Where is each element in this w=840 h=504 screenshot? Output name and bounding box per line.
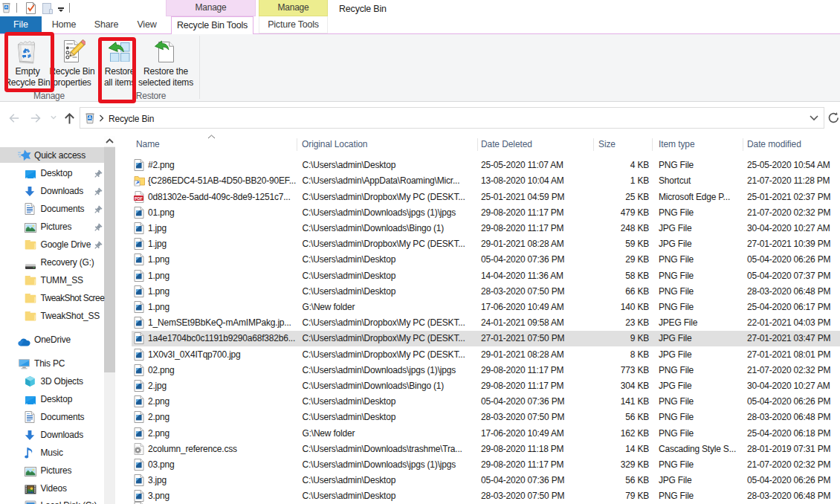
svg-text:PDF: PDF xyxy=(135,196,143,200)
